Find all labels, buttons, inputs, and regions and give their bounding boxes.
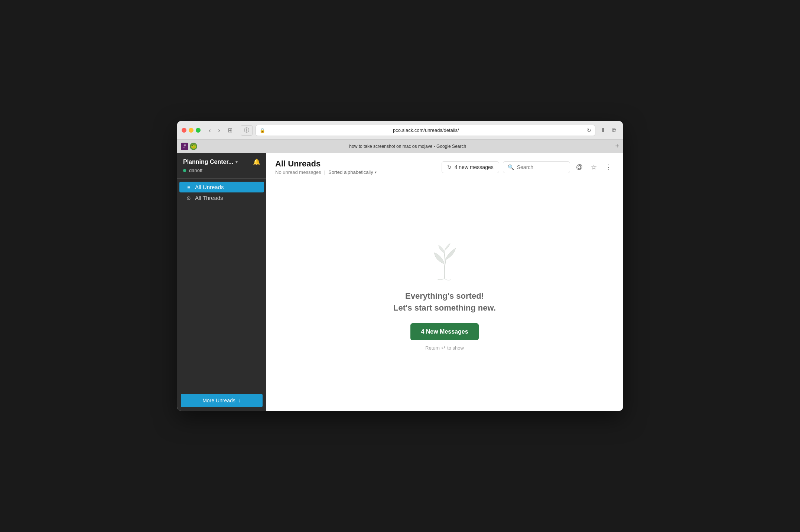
workspace-title: Planning Center... <box>183 159 233 165</box>
url-text: pco.slack.com/unreads/details/ <box>268 127 584 133</box>
search-icon: 🔍 <box>508 164 514 170</box>
user-status: danott <box>183 168 260 173</box>
refresh-icon: ↻ <box>447 164 452 170</box>
empty-state-title: Everything's sorted! <box>405 291 484 301</box>
minimize-button[interactable] <box>189 128 194 133</box>
subtitle-divider: | <box>324 169 325 175</box>
maximize-button[interactable] <box>196 128 201 133</box>
content-area: All Unreads No unread messages | Sorted … <box>266 153 623 411</box>
traffic-lights <box>182 128 201 133</box>
more-unreads-button[interactable]: More Unreads ↓ <box>181 394 263 407</box>
content-header: All Unreads No unread messages | Sorted … <box>266 153 623 181</box>
at-button[interactable]: @ <box>574 161 585 173</box>
duplicate-tab-button[interactable]: ⧉ <box>610 125 618 135</box>
browser-window: ‹ › ⊞ ⓘ 🔒 pco.slack.com/unreads/details/… <box>177 121 623 411</box>
sidebar-item-label-all-unreads: All Unreads <box>195 184 224 190</box>
page-subtitle: No unread messages | Sorted alphabetical… <box>275 169 377 175</box>
title-bar-right: ⬆ ⧉ <box>598 125 618 135</box>
tab-title[interactable]: how to take screenshot on mac os mojave … <box>202 144 613 149</box>
sort-label-text: Sorted alphabetically <box>328 169 373 175</box>
plant-illustration <box>426 241 463 282</box>
online-status-dot <box>183 169 186 172</box>
sidebar-item-label-all-threads: All Threads <box>195 195 223 201</box>
empty-state: Everything's sorted! Let's start somethi… <box>266 181 623 411</box>
new-tab-button[interactable]: + <box>615 142 619 150</box>
sidebar: Planning Center... ▾ 🔔 danott ≡ All Unre… <box>177 153 266 411</box>
workspace-chevron-icon: ▾ <box>235 159 238 165</box>
slack-favicon-icon: # <box>181 143 188 150</box>
new-messages-button[interactable]: ↻ 4 new messages <box>442 161 499 173</box>
workspace-header: Planning Center... ▾ 🔔 danott <box>177 153 266 179</box>
forward-button[interactable]: › <box>216 126 222 135</box>
more-unreads-label: More Unreads <box>202 398 235 403</box>
tab-bar: # 🐸 how to take screenshot on mac os moj… <box>177 140 623 153</box>
other-favicon-icon: 🐸 <box>190 143 197 150</box>
all-threads-icon: ⊙ <box>185 195 192 201</box>
header-actions: ↻ 4 new messages 🔍 @ ☆ ⋮ <box>442 161 614 173</box>
sidebar-nav: ≡ All Unreads ⊙ All Threads <box>177 179 266 390</box>
new-messages-label: 4 new messages <box>455 164 494 170</box>
workspace-name-row: Planning Center... ▾ 🔔 <box>183 158 260 165</box>
empty-state-subtitle: Let's start something new. <box>393 303 496 313</box>
favicons: # 🐸 <box>181 143 197 150</box>
username: danott <box>189 168 202 173</box>
main-area: Planning Center... ▾ 🔔 danott ≡ All Unre… <box>177 153 623 411</box>
reload-button[interactable]: ↻ <box>587 127 591 133</box>
more-options-button[interactable]: ⋮ <box>603 161 614 173</box>
sidebar-item-all-threads[interactable]: ⊙ All Threads <box>179 192 264 203</box>
search-input[interactable] <box>517 164 565 170</box>
info-button[interactable]: ⓘ <box>241 125 253 136</box>
lock-icon: 🔒 <box>260 128 265 133</box>
more-unreads-icon: ↓ <box>238 398 241 403</box>
close-button[interactable] <box>182 128 186 133</box>
new-messages-cta-button[interactable]: 4 New Messages <box>410 323 478 340</box>
title-bar: ‹ › ⊞ ⓘ 🔒 pco.slack.com/unreads/details/… <box>177 121 623 140</box>
sort-label[interactable]: Sorted alphabetically ▾ <box>328 169 377 175</box>
page-title-section: All Unreads No unread messages | Sorted … <box>275 159 377 175</box>
return-key-icon: ↵ <box>441 345 446 351</box>
return-hint: Return ↵ to show <box>425 345 464 351</box>
no-unread-label: No unread messages <box>275 169 321 175</box>
sort-chevron-icon: ▾ <box>375 170 377 174</box>
bell-button[interactable]: 🔔 <box>253 158 260 165</box>
share-button[interactable]: ⬆ <box>598 125 608 135</box>
return-hint-suffix: to show <box>447 345 464 351</box>
url-bar[interactable]: 🔒 pco.slack.com/unreads/details/ ↻ <box>256 125 595 136</box>
page-title: All Unreads <box>275 159 377 169</box>
return-hint-prefix: Return <box>425 345 440 351</box>
sidebar-bottom: More Unreads ↓ <box>177 390 266 411</box>
star-button[interactable]: ☆ <box>589 161 599 173</box>
search-box[interactable]: 🔍 <box>503 161 570 173</box>
all-unreads-icon: ≡ <box>185 184 192 190</box>
back-button[interactable]: ‹ <box>206 126 213 135</box>
sidebar-item-all-unreads[interactable]: ≡ All Unreads <box>179 182 264 192</box>
sidebar-toggle-button[interactable]: ⊞ <box>225 125 235 135</box>
